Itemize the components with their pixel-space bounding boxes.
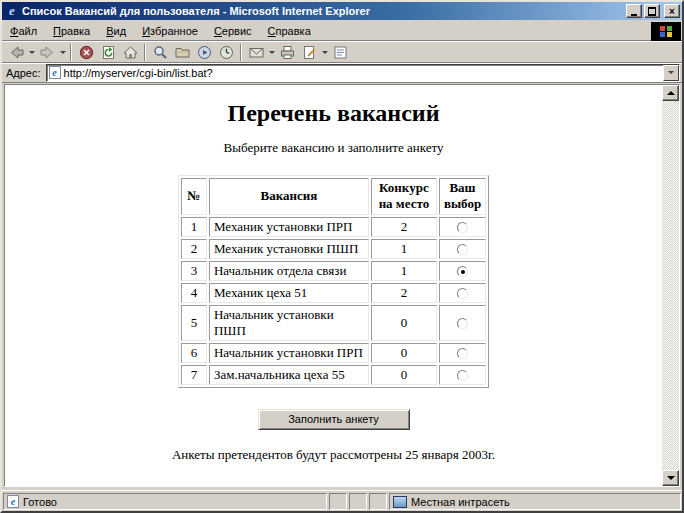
row-vacancy: Начальник установки ПШП bbox=[209, 305, 369, 341]
menu-edit[interactable]: Правка bbox=[45, 23, 98, 39]
mail-button[interactable] bbox=[245, 43, 267, 62]
media-icon bbox=[196, 44, 213, 61]
scroll-down-button[interactable] bbox=[662, 470, 679, 486]
footer-note: Анкеты претендентов будут рассмотрены 25… bbox=[5, 447, 662, 463]
browser-viewport: Перечень вакансий Выберите вакансию и за… bbox=[4, 84, 680, 487]
header-competition: Конкурс на место bbox=[371, 178, 437, 215]
table-header-row: № Вакансия Конкурс на место Ваш выбор bbox=[181, 178, 486, 215]
print-button[interactable] bbox=[276, 43, 298, 62]
row-number: 3 bbox=[181, 261, 207, 281]
search-icon bbox=[152, 44, 169, 61]
row-vacancy: Начальник установки ПРП bbox=[209, 343, 369, 363]
stop-button[interactable] bbox=[75, 43, 97, 62]
menubar: Файл Правка Вид Избранное Сервис Справка bbox=[2, 22, 682, 41]
table-row: 5 Начальник установки ПШП 0 bbox=[181, 305, 486, 341]
arrow-up-icon bbox=[667, 91, 675, 95]
menu-help[interactable]: Справка bbox=[260, 23, 319, 39]
row-competition: 0 bbox=[371, 305, 437, 341]
address-dropdown-button[interactable] bbox=[663, 65, 679, 81]
addressbar: Адрес: e http://myserver/cgi-bin/list.ba… bbox=[2, 63, 682, 83]
forward-button[interactable] bbox=[36, 43, 58, 62]
vacancy-radio[interactable] bbox=[457, 348, 468, 359]
status-pane-small bbox=[329, 493, 347, 510]
minimize-button[interactable] bbox=[626, 4, 642, 18]
edit-dropdown-button[interactable] bbox=[320, 43, 329, 62]
history-icon bbox=[218, 44, 235, 61]
refresh-button[interactable] bbox=[97, 43, 119, 62]
header-vacancy: Вакансия bbox=[209, 178, 369, 215]
discuss-button[interactable] bbox=[329, 43, 351, 62]
row-number: 7 bbox=[181, 365, 207, 385]
back-dropdown-button[interactable] bbox=[27, 43, 36, 62]
favorites-button[interactable] bbox=[171, 43, 193, 62]
forward-dropdown-button[interactable] bbox=[58, 43, 67, 62]
discuss-icon bbox=[332, 44, 349, 61]
row-competition: 1 bbox=[371, 261, 437, 281]
back-button[interactable] bbox=[5, 43, 27, 62]
mail-dropdown-button[interactable] bbox=[267, 43, 276, 62]
vacancy-radio[interactable] bbox=[457, 318, 468, 329]
address-input[interactable]: e http://myserver/cgi-bin/list.bat? bbox=[46, 64, 680, 82]
chevron-down-icon bbox=[322, 51, 328, 54]
table-row: 6 Начальник установки ПРП 0 bbox=[181, 343, 486, 363]
vacancy-radio[interactable] bbox=[457, 370, 468, 381]
row-vacancy: Начальник отдела связи bbox=[209, 261, 369, 281]
table-row: 3 Начальник отдела связи 1 bbox=[181, 261, 486, 281]
stop-icon bbox=[78, 44, 95, 61]
chevron-down-icon bbox=[60, 51, 66, 54]
row-number: 4 bbox=[181, 283, 207, 303]
mail-icon bbox=[248, 44, 265, 61]
address-label: Адрес: bbox=[6, 67, 41, 79]
vacancy-radio[interactable] bbox=[457, 222, 468, 233]
windows-logo-throbber bbox=[651, 22, 681, 41]
row-competition: 0 bbox=[371, 343, 437, 363]
menu-view[interactable]: Вид bbox=[98, 23, 134, 39]
restore-icon bbox=[648, 8, 656, 15]
menu-file[interactable]: Файл bbox=[2, 23, 45, 39]
print-icon bbox=[279, 44, 296, 61]
close-button[interactable]: × bbox=[664, 4, 680, 18]
header-number: № bbox=[181, 178, 207, 215]
vacancies-table: № Вакансия Конкурс на место Ваш выбор 1 … bbox=[178, 175, 489, 388]
vacancy-radio[interactable] bbox=[457, 288, 468, 299]
page-subtitle: Выберите вакансию и заполните анкету bbox=[5, 140, 662, 156]
favorites-icon bbox=[174, 44, 191, 61]
status-pane-small bbox=[349, 493, 367, 510]
page-icon: e bbox=[49, 66, 61, 79]
restore-button[interactable] bbox=[644, 4, 660, 18]
row-competition: 0 bbox=[371, 365, 437, 385]
menu-favorites[interactable]: Избранное bbox=[134, 23, 206, 39]
titlebar[interactable]: e Список Вакансий для пользователя - Mic… bbox=[2, 2, 682, 20]
history-button[interactable] bbox=[215, 43, 237, 62]
table-row: 2 Механик установки ПШП 1 bbox=[181, 239, 486, 259]
intranet-icon bbox=[393, 496, 407, 508]
minimize-icon bbox=[631, 14, 637, 16]
row-number: 2 bbox=[181, 239, 207, 259]
vacancies-page: Перечень вакансий Выберите вакансию и за… bbox=[5, 85, 662, 486]
window-title: Список Вакансий для пользователя - Micro… bbox=[22, 5, 622, 17]
chevron-down-icon bbox=[269, 51, 275, 54]
header-choice: Ваш выбор bbox=[439, 178, 486, 215]
menu-tools[interactable]: Сервис bbox=[206, 23, 260, 39]
standard-buttons-toolbar bbox=[2, 42, 682, 63]
row-competition: 2 bbox=[371, 283, 437, 303]
fill-form-button[interactable]: Заполнить анкету bbox=[258, 409, 410, 430]
row-number: 5 bbox=[181, 305, 207, 341]
refresh-icon bbox=[100, 44, 117, 61]
home-button[interactable] bbox=[119, 43, 141, 62]
vacancy-radio[interactable] bbox=[457, 244, 468, 255]
toolbar-separator bbox=[240, 44, 242, 61]
vertical-scrollbar[interactable] bbox=[662, 85, 679, 486]
row-vacancy: Механик цеха 51 bbox=[209, 283, 369, 303]
security-zone-pane: Местная интрасеть bbox=[389, 493, 681, 510]
vacancy-radio[interactable] bbox=[457, 266, 468, 277]
chevron-down-icon bbox=[668, 71, 674, 74]
edit-icon bbox=[301, 44, 318, 61]
row-competition: 2 bbox=[371, 217, 437, 237]
scroll-up-button[interactable] bbox=[662, 85, 679, 101]
toolbar-separator bbox=[144, 44, 146, 61]
edit-button[interactable] bbox=[298, 43, 320, 62]
media-button[interactable] bbox=[193, 43, 215, 62]
home-icon bbox=[122, 44, 139, 61]
search-button[interactable] bbox=[149, 43, 171, 62]
